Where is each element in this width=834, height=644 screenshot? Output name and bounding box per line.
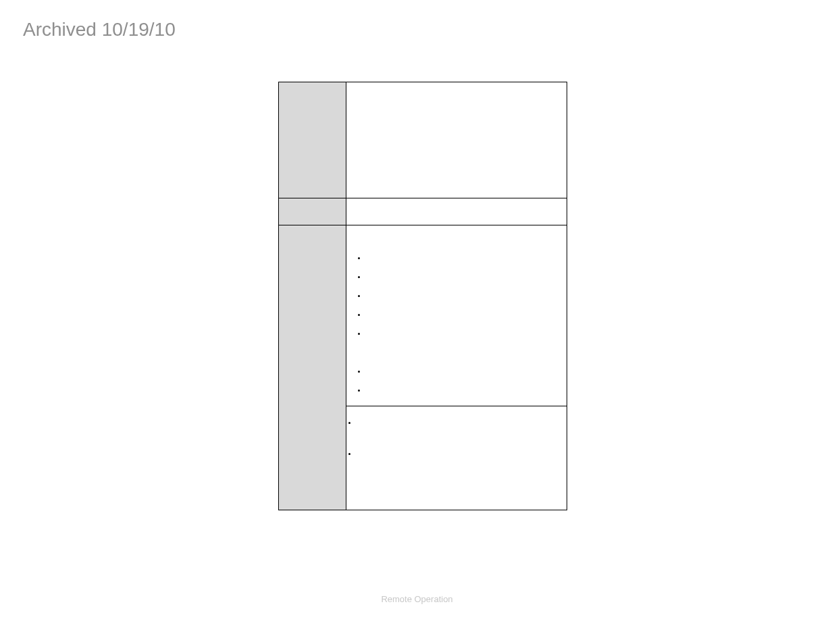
bullet-list	[346, 225, 567, 405]
list-item	[357, 450, 567, 468]
content-cell	[346, 406, 567, 510]
list-item	[367, 273, 567, 292]
content-cell	[346, 225, 567, 406]
main-table	[278, 82, 567, 510]
archived-watermark: Archived 10/19/10	[23, 19, 176, 41]
content-cell	[346, 198, 567, 225]
content-cell	[346, 82, 567, 198]
list-item	[367, 254, 567, 273]
label-cell	[279, 82, 346, 198]
label-cell	[279, 198, 346, 225]
footer-label: Remote Operation	[0, 594, 834, 604]
list-item	[367, 329, 567, 348]
table-row	[279, 82, 567, 198]
document-table	[278, 82, 567, 510]
bullet-list	[346, 406, 567, 468]
list-item	[367, 292, 567, 311]
table-row	[279, 198, 567, 225]
label-cell	[279, 225, 346, 510]
list-item	[367, 311, 567, 329]
table-row	[279, 225, 567, 406]
list-item	[367, 386, 567, 405]
list-item	[357, 419, 567, 437]
list-item	[367, 367, 567, 386]
